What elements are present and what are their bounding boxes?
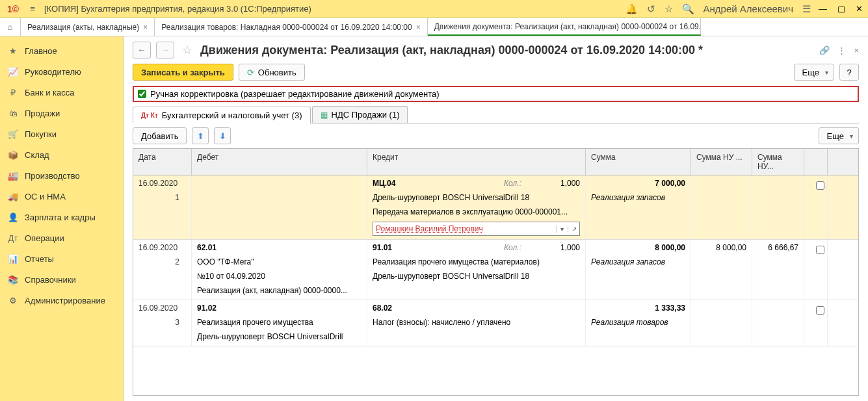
dropdown-icon[interactable]: ▾	[556, 226, 568, 233]
sidebar-item-manager[interactable]: 📈Руководителю	[0, 61, 123, 82]
menu-icon[interactable]: ≡	[26, 4, 39, 14]
button-label: Записать и закрыть	[141, 68, 225, 77]
row-checkbox[interactable]	[816, 181, 824, 190]
entries-grid: Дата Дебет Кредит Сумма Сумма НУ ... Сум…	[133, 148, 859, 396]
sidebar-item-admin[interactable]: ⚙Администрирование	[0, 290, 123, 311]
sidebar-item-salary[interactable]: 👤Зарплата и кадры	[0, 207, 123, 227]
cell-operation: Реализация запасов	[591, 257, 685, 268]
open-icon[interactable]: ↗	[568, 226, 579, 233]
col-date[interactable]: Дата	[133, 149, 192, 175]
favorite-icon[interactable]: ☆	[179, 43, 195, 57]
grid-row[interactable]: 16.09.2020 3 91.02 Реализация прочего им…	[133, 300, 858, 346]
tab-vat-sales[interactable]: ▦НДС Продажи (1)	[312, 106, 408, 123]
save-close-button[interactable]: Записать и закрыть	[133, 64, 233, 81]
cell-nu1	[691, 175, 752, 239]
manual-correction-checkbox[interactable]	[138, 90, 146, 98]
move-down-button[interactable]: ⬇	[214, 127, 231, 144]
col-nu2[interactable]: Сумма НУ...	[752, 149, 804, 175]
tab-close-icon[interactable]: ×	[416, 23, 421, 32]
sidebar-item-purchases[interactable]: 🛒Покупки	[0, 123, 123, 144]
link-icon[interactable]: 🔗	[819, 45, 830, 55]
kredit-account: 91.01	[373, 243, 392, 253]
dtkt-icon: Дт	[8, 233, 18, 243]
debet-line: Реализация (акт, накладная) 0000-0000...	[197, 286, 362, 296]
debet-line: Реализация прочего имущества	[197, 318, 362, 328]
tab-sales-list[interactable]: Реализация (акты, накладные) ×	[21, 18, 155, 36]
debet-account: 62.01	[197, 243, 362, 253]
cell-rownum: 2	[138, 257, 186, 268]
sidebar-item-operations[interactable]: ДтОперации	[0, 227, 123, 248]
nav-back-button[interactable]: ←	[133, 42, 151, 58]
button-label: Добавить	[141, 131, 178, 141]
sidebar-item-main[interactable]: ★Главное	[0, 40, 123, 61]
grid-more-button[interactable]: Еще	[819, 127, 859, 144]
button-label: ?	[847, 68, 851, 77]
move-up-button[interactable]: ⬆	[192, 127, 209, 144]
refresh-button[interactable]: ⟳Обновить	[239, 64, 305, 81]
sidebar-item-label: Продажи	[25, 109, 60, 118]
cell-date: 16.09.2020	[138, 304, 186, 314]
tab-sales-doc[interactable]: Реализация товаров: Накладная 0000-00002…	[155, 18, 427, 36]
settings-bars-icon[interactable]: ☰	[802, 3, 811, 15]
maximize-icon[interactable]: ▢	[837, 4, 845, 14]
button-label: Обновить	[258, 68, 296, 77]
kol-label: Кол.:	[504, 179, 521, 189]
col-debet[interactable]: Дебет	[192, 149, 367, 175]
kredit-line: Реализация прочего имущества (материалов…	[373, 257, 580, 268]
cart-icon: 🛒	[8, 129, 18, 139]
tab-close-icon[interactable]: ×	[143, 23, 148, 32]
content: ← → ☆ Движения документа: Реализация (ак…	[124, 36, 868, 401]
star-icon[interactable]: ☆	[664, 3, 673, 15]
tab-movements[interactable]: Движения документа: Реализация (акт, нак…	[428, 18, 701, 36]
sidebar-item-label: Зарплата и кадры	[25, 213, 96, 222]
cell-debet	[192, 175, 367, 239]
more-button[interactable]: Еще	[794, 64, 834, 81]
history-icon[interactable]: ↺	[647, 3, 655, 15]
tab-accounting[interactable]: Дт КтБухгалтерский и налоговый учет (3)	[133, 107, 311, 123]
factory-icon: 🏭	[8, 171, 18, 181]
gear-icon: ⚙	[8, 296, 18, 305]
col-nu1[interactable]: Сумма НУ ...	[691, 149, 752, 175]
home-icon[interactable]: ⌂	[0, 18, 21, 36]
dtkt-icon: Дт Кт	[141, 112, 158, 119]
col-kredit[interactable]: Кредит	[367, 149, 586, 175]
cell-sum: 7 000,00	[591, 179, 685, 189]
sidebar-item-label: Операции	[25, 233, 64, 243]
user-name[interactable]: Андрей Алексеевич	[704, 3, 793, 14]
grid-row[interactable]: 16.09.2020 2 62.01 ООО "ТФ-Мега" №10 от …	[133, 240, 858, 300]
add-button[interactable]: Добавить	[133, 127, 187, 144]
ruble-icon: ₽	[8, 88, 18, 97]
help-button[interactable]: ?	[839, 64, 859, 81]
kebab-icon[interactable]: ⋮	[837, 45, 846, 55]
row-checkbox[interactable]	[816, 306, 824, 315]
row-checkbox[interactable]	[816, 246, 824, 254]
col-sum[interactable]: Сумма	[586, 149, 691, 175]
debet-account: 91.02	[197, 304, 362, 314]
sidebar-item-production[interactable]: 🏭Производство	[0, 165, 123, 186]
subkonto-input[interactable]	[373, 224, 556, 233]
grid-row[interactable]: 16.09.2020 1 МЦ.04Кол.:1,000 Дрель-шуруп…	[133, 175, 858, 240]
nav-forward-button[interactable]: →	[156, 42, 174, 58]
sidebar-item-sales[interactable]: 🛍Продажи	[0, 103, 123, 123]
button-label: Еще	[802, 68, 819, 77]
sidebar-item-label: ОС и НМА	[25, 192, 66, 201]
search-icon[interactable]: 🔍	[682, 3, 694, 15]
sidebar-item-references[interactable]: 📚Справочники	[0, 269, 123, 290]
titlebar: 1© ≡ [КОПИЯ] Бухгалтерия предприятия, ре…	[0, 0, 868, 18]
star-icon: ★	[8, 46, 18, 56]
sidebar-item-assets[interactable]: 🚚ОС и НМА	[0, 186, 123, 207]
checkbox-label: Ручная корректировка (разрешает редактир…	[150, 89, 440, 99]
cell-operation: Реализация товаров	[591, 318, 685, 328]
cell-operation: Реализация запасов	[591, 193, 685, 203]
close-icon[interactable]: ✕	[856, 4, 863, 14]
sidebar-item-bank[interactable]: ₽Банк и касса	[0, 82, 123, 103]
sidebar-item-label: Главное	[25, 46, 57, 56]
sidebar-item-warehouse[interactable]: 📦Склад	[0, 144, 123, 165]
kredit-account: 68.02	[373, 304, 580, 314]
bell-icon[interactable]: 🔔	[625, 3, 638, 15]
kredit-account: МЦ.04	[373, 179, 395, 189]
close-page-icon[interactable]: ×	[854, 45, 859, 55]
sidebar-item-reports[interactable]: 📊Отчеты	[0, 248, 123, 269]
debet-line: Дрель-шуруповерт BOSCH UniversalDrill	[197, 332, 362, 343]
minimize-icon[interactable]: —	[819, 4, 827, 14]
